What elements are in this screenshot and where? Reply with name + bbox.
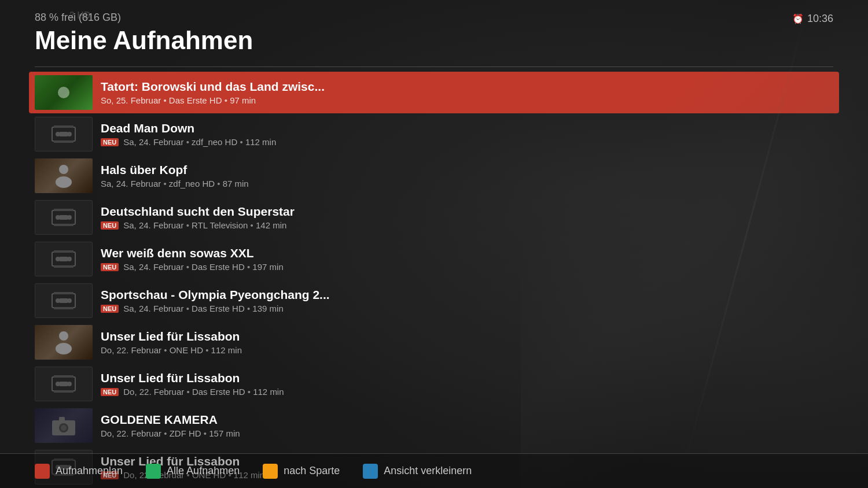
blue-label: Ansicht verkleinern bbox=[384, 465, 472, 477]
recording-item[interactable]: Deutschland sucht den SuperstarNEUSa, 24… bbox=[35, 197, 833, 238]
recording-item[interactable]: Tatort: Borowski und das Land zwisc...So… bbox=[29, 72, 839, 113]
btn-yellow bbox=[263, 464, 278, 479]
recording-details: Sa, 24. Februar • zdf_neo HD • 112 min bbox=[123, 137, 276, 147]
recording-meta: NEUSa, 24. Februar • Das Erste HD • 197 … bbox=[101, 262, 833, 272]
svg-rect-25 bbox=[54, 307, 73, 309]
recording-item[interactable]: Dead Man DownNEUSa, 24. Februar • zdf_ne… bbox=[35, 113, 833, 155]
svg-point-16 bbox=[67, 257, 72, 261]
header: 88 % frei (816 GB) 2 HD ⏰ 10:36 Meine Au… bbox=[0, 0, 868, 61]
action-blue[interactable]: Ansicht verkleinern bbox=[363, 464, 472, 479]
action-red[interactable]: Aufnahmeplan bbox=[35, 464, 123, 479]
recording-info: Hals über KopfSa, 24. Februar • zdf_neo … bbox=[101, 163, 833, 188]
clock-area: ⏰ 10:36 bbox=[792, 13, 833, 25]
svg-rect-12 bbox=[54, 209, 73, 211]
recording-title: Wer weiß denn sowas XXL bbox=[101, 246, 833, 260]
recording-details: Sa, 24. Februar • Das Erste HD • 139 min bbox=[123, 304, 284, 313]
new-badge: NEU bbox=[101, 388, 119, 396]
recording-thumbnail bbox=[35, 242, 93, 276]
svg-rect-18 bbox=[54, 250, 73, 253]
bottom-bar: AufnahmeplanAlle Aufnahmennach SparteAns… bbox=[0, 453, 868, 488]
recording-title: GOLDENE KAMERA bbox=[101, 413, 833, 427]
svg-point-27 bbox=[56, 343, 72, 354]
svg-point-15 bbox=[56, 257, 60, 261]
btn-green bbox=[146, 464, 161, 479]
recording-info: Unser Lied für LissabonNEUDo, 22. Februa… bbox=[101, 371, 833, 397]
svg-point-29 bbox=[56, 382, 60, 386]
svg-rect-3 bbox=[60, 132, 68, 136]
recording-title: Sportschau - Olympia Pyeongchang 2... bbox=[101, 288, 833, 302]
recording-item[interactable]: Wer weiß denn sowas XXLNEUSa, 24. Februa… bbox=[35, 238, 833, 280]
svg-point-9 bbox=[56, 215, 60, 220]
clock-icon: ⏰ bbox=[792, 13, 804, 24]
action-yellow[interactable]: nach Sparte bbox=[263, 464, 340, 479]
recording-item[interactable]: Unser Lied für LissabonNEUDo, 22. Februa… bbox=[35, 363, 833, 405]
action-green[interactable]: Alle Aufnahmen bbox=[146, 464, 240, 479]
new-badge: NEU bbox=[101, 138, 119, 146]
channel-badge: 2 HD bbox=[69, 10, 90, 21]
recording-title: Tatort: Borowski und das Land zwisc... bbox=[101, 80, 833, 94]
recording-details: Do, 22. Februar • Das Erste HD • 112 min bbox=[123, 387, 284, 397]
svg-rect-33 bbox=[54, 390, 73, 393]
recording-info: Unser Lied für LissabonDo, 22. Februar •… bbox=[101, 330, 833, 355]
svg-rect-17 bbox=[60, 257, 68, 261]
svg-point-22 bbox=[67, 298, 72, 303]
svg-point-1 bbox=[56, 132, 60, 136]
recording-item[interactable]: Hals über KopfSa, 24. Februar • zdf_neo … bbox=[35, 155, 833, 197]
recording-thumbnail bbox=[35, 75, 93, 110]
recording-details: Sa, 24. Februar • zdf_neo HD • 87 min bbox=[101, 179, 249, 188]
new-badge: NEU bbox=[101, 305, 119, 313]
recording-details: Do, 22. Februar • ZDF HD • 157 min bbox=[101, 428, 240, 438]
svg-rect-32 bbox=[54, 375, 73, 378]
recording-meta: Do, 22. Februar • ZDF HD • 157 min bbox=[101, 428, 833, 438]
svg-point-6 bbox=[59, 165, 68, 174]
svg-point-10 bbox=[67, 215, 72, 220]
recording-title: Hals über Kopf bbox=[101, 163, 833, 177]
svg-rect-37 bbox=[59, 417, 65, 422]
clock-time: 10:36 bbox=[807, 13, 833, 25]
recording-meta: NEUSa, 24. Februar • zdf_neo HD • 112 mi… bbox=[101, 137, 833, 147]
recording-title: Deutschland sucht den Superstar bbox=[101, 205, 833, 219]
svg-rect-24 bbox=[54, 292, 73, 294]
recording-list: Tatort: Borowski und das Land zwisc...So… bbox=[0, 67, 868, 488]
svg-rect-23 bbox=[60, 298, 68, 303]
svg-rect-4 bbox=[54, 125, 73, 128]
recording-meta: So, 25. Februar • Das Erste HD • 97 min bbox=[101, 95, 833, 105]
svg-rect-11 bbox=[60, 215, 68, 220]
recording-thumbnail bbox=[35, 408, 93, 443]
recording-info: Dead Man DownNEUSa, 24. Februar • zdf_ne… bbox=[101, 121, 833, 147]
recording-meta: Sa, 24. Februar • zdf_neo HD • 87 min bbox=[101, 179, 833, 188]
recording-info: Wer weiß denn sowas XXLNEUSa, 24. Februa… bbox=[101, 246, 833, 272]
recording-meta: NEUSa, 24. Februar • Das Erste HD • 139 … bbox=[101, 304, 833, 313]
recording-info: Sportschau - Olympia Pyeongchang 2...NEU… bbox=[101, 288, 833, 313]
svg-rect-19 bbox=[54, 265, 73, 268]
svg-rect-31 bbox=[60, 382, 68, 386]
recording-item[interactable]: GOLDENE KAMERADo, 22. Februar • ZDF HD •… bbox=[35, 405, 833, 446]
btn-blue bbox=[363, 464, 378, 479]
recording-title: Unser Lied für Lissabon bbox=[101, 330, 833, 343]
recording-meta: Do, 22. Februar • ONE HD • 112 min bbox=[101, 345, 833, 355]
new-badge: NEU bbox=[101, 221, 119, 230]
recording-thumbnail bbox=[35, 367, 93, 401]
recording-thumbnail bbox=[35, 283, 93, 318]
recording-title: Dead Man Down bbox=[101, 121, 833, 135]
recording-details: Sa, 24. Februar • Das Erste HD • 197 min bbox=[123, 262, 284, 272]
green-label: Alle Aufnahmen bbox=[167, 465, 240, 477]
recording-details: So, 25. Februar • Das Erste HD • 97 min bbox=[101, 95, 256, 105]
recording-details: Do, 22. Februar • ONE HD • 112 min bbox=[101, 345, 242, 355]
recording-details: Sa, 24. Februar • RTL Television • 142 m… bbox=[123, 220, 286, 230]
svg-rect-13 bbox=[54, 224, 73, 226]
recording-thumbnail bbox=[35, 158, 93, 193]
svg-rect-5 bbox=[54, 141, 73, 143]
recording-meta: NEUSa, 24. Februar • RTL Television • 14… bbox=[101, 220, 833, 230]
recording-item[interactable]: Sportschau - Olympia Pyeongchang 2...NEU… bbox=[35, 280, 833, 321]
recording-thumbnail bbox=[35, 325, 93, 360]
recording-info: Tatort: Borowski und das Land zwisc...So… bbox=[101, 80, 833, 105]
svg-point-26 bbox=[59, 331, 68, 341]
svg-point-30 bbox=[67, 382, 72, 386]
recording-thumbnail bbox=[35, 117, 93, 151]
svg-point-2 bbox=[67, 132, 72, 136]
recording-meta: NEUDo, 22. Februar • Das Erste HD • 112 … bbox=[101, 387, 833, 397]
svg-point-7 bbox=[56, 176, 72, 188]
yellow-label: nach Sparte bbox=[284, 465, 340, 477]
recording-info: GOLDENE KAMERADo, 22. Februar • ZDF HD •… bbox=[101, 413, 833, 438]
